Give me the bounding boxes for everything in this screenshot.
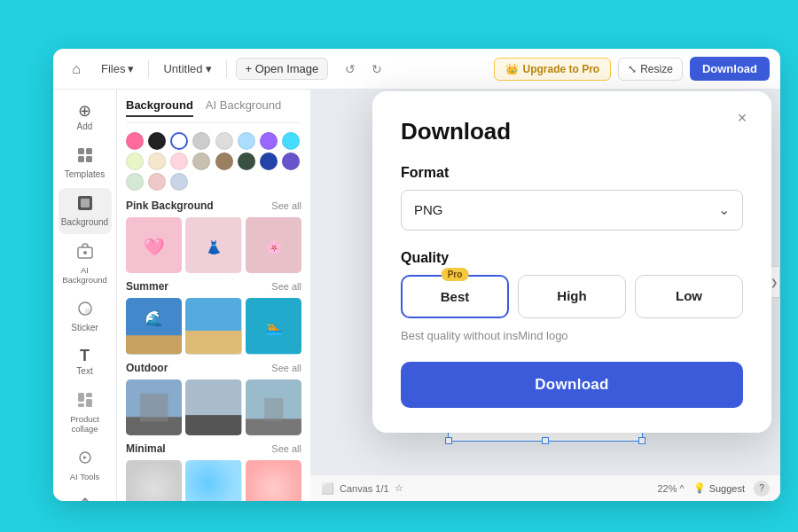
quality-low-label: Low: [676, 288, 702, 303]
modal-close-button[interactable]: ×: [729, 106, 755, 132]
quality-options: Pro Best High Low: [401, 275, 743, 318]
quality-low[interactable]: Low: [635, 275, 743, 318]
format-value: PNG: [414, 202, 443, 217]
modal-overlay: Download × Format PNG ⌄ Quality Pro Best…: [53, 49, 780, 501]
modal-title: Download: [401, 118, 743, 145]
quality-section-label: Quality: [401, 250, 743, 266]
pro-badge: Pro: [442, 268, 469, 281]
download-button[interactable]: Download: [401, 362, 743, 408]
quality-high-label: High: [557, 288, 586, 303]
format-chevron-icon: ⌄: [718, 201, 730, 218]
quality-hint: Best quality without insMind logo: [401, 329, 743, 342]
format-select[interactable]: PNG ⌄: [401, 190, 743, 231]
format-select-wrapper: PNG ⌄: [401, 190, 743, 231]
app-window: ⌂ Files ▾ Untitled ▾ + Open Image ↺ ↻ 👑: [53, 49, 780, 501]
format-section-label: Format: [401, 165, 743, 181]
quality-best-label: Best: [441, 289, 470, 304]
quality-high[interactable]: High: [518, 275, 626, 318]
quality-best[interactable]: Pro Best: [401, 275, 509, 318]
download-modal: Download × Format PNG ⌄ Quality Pro Best…: [372, 91, 771, 433]
